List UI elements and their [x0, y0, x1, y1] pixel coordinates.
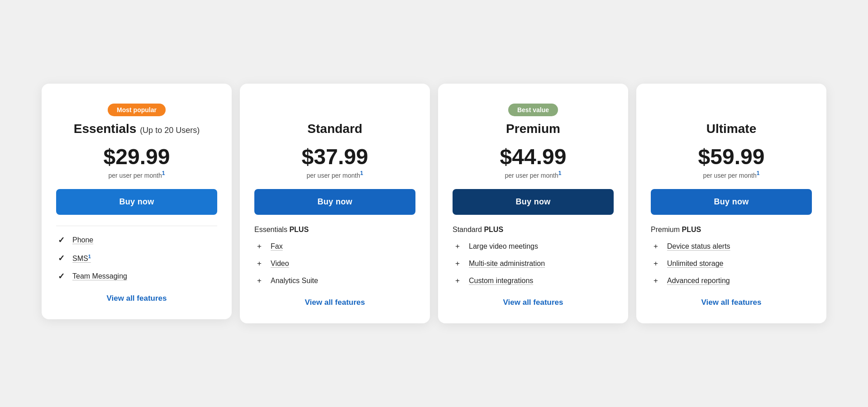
best-value-badge: Best value [508, 104, 558, 116]
plus-icon: + [254, 276, 264, 285]
feature-fax: Fax [271, 242, 283, 251]
price-area-essentials: $29.99 per user per month1 [56, 144, 217, 179]
badge-area-essentials: Most popular [56, 100, 217, 120]
list-item: + Large video meetings [453, 242, 614, 251]
divider-essentials [56, 226, 217, 226]
plus-icon: + [453, 276, 463, 285]
plan-name-ultimate: Ultimate [651, 122, 812, 136]
feature-phone: Phone [72, 236, 93, 244]
view-all-link-ultimate[interactable]: View all features [651, 298, 812, 307]
list-item: + Fax [254, 242, 415, 251]
list-item: ✓ Phone [56, 235, 217, 245]
price-essentials: $29.99 [56, 144, 217, 169]
price-sub-premium: per user per month1 [453, 170, 614, 179]
features-essentials: ✓ Phone ✓ SMS1 ✓ Team Messaging View all… [56, 235, 217, 303]
badge-area-ultimate [651, 100, 812, 120]
feature-list-standard: + Fax + Video + Analytics Suite [254, 242, 415, 285]
plan-card-premium: Best value Premium $44.99 per user per m… [438, 84, 628, 323]
features-standard: Essentials PLUS + Fax + Video + Analytic… [254, 226, 415, 307]
list-item: + Advanced reporting [651, 276, 812, 285]
plus-icon: + [651, 242, 661, 251]
buy-button-standard[interactable]: Buy now [254, 189, 415, 215]
plus-label-premium: Standard PLUS [453, 226, 614, 234]
list-item: ✓ SMS1 [56, 253, 217, 263]
feature-custom-integrations: Custom integrations [469, 277, 533, 285]
price-standard: $37.99 [254, 144, 415, 169]
list-item: + Custom integrations [453, 276, 614, 285]
price-ultimate: $59.99 [651, 144, 812, 169]
popular-badge: Most popular [108, 104, 166, 116]
plan-name-premium: Premium [453, 122, 614, 136]
plus-icon: + [651, 259, 661, 268]
plus-label-ultimate: Premium PLUS [651, 226, 812, 234]
plan-name-standard: Standard [254, 122, 415, 136]
price-sub-standard: per user per month1 [254, 170, 415, 179]
buy-button-ultimate[interactable]: Buy now [651, 189, 812, 215]
plus-label-standard: Essentials PLUS [254, 226, 415, 234]
feature-advanced-reporting: Advanced reporting [667, 277, 730, 285]
price-area-premium: $44.99 per user per month1 [453, 144, 614, 179]
price-footnote-standard: 1 [360, 170, 363, 176]
feature-unlimited-storage: Unlimited storage [667, 260, 724, 268]
price-premium: $44.99 [453, 144, 614, 169]
view-all-link-standard[interactable]: View all features [254, 298, 415, 307]
buy-button-essentials[interactable]: Buy now [56, 189, 217, 215]
price-sub-ultimate: per user per month1 [651, 170, 812, 179]
list-item: + Multi-site administration [453, 259, 614, 268]
check-icon: ✓ [56, 253, 66, 263]
badge-area-standard [254, 100, 415, 120]
list-item: + Device status alerts [651, 242, 812, 251]
plan-card-ultimate: Ultimate $59.99 per user per month1 Buy … [636, 84, 826, 323]
buy-button-premium[interactable]: Buy now [453, 189, 614, 215]
feature-video: Video [271, 260, 289, 268]
features-ultimate: Premium PLUS + Device status alerts + Un… [651, 226, 812, 307]
price-footnote-premium: 1 [558, 170, 562, 176]
feature-device-status: Device status alerts [667, 242, 730, 251]
plan-card-essentials: Most popular Essentials (Up to 20 Users)… [42, 84, 232, 319]
price-footnote-essentials: 1 [162, 170, 165, 176]
list-item: + Video [254, 259, 415, 268]
check-icon: ✓ [56, 235, 66, 245]
feature-team-messaging: Team Messaging [72, 272, 127, 280]
plus-icon: + [254, 242, 264, 251]
plus-icon: + [651, 276, 661, 285]
badge-area-premium: Best value [453, 100, 614, 120]
price-sub-essentials: per user per month1 [56, 170, 217, 179]
plus-icon: + [254, 259, 264, 268]
plus-icon: + [453, 242, 463, 251]
price-area-standard: $37.99 per user per month1 [254, 144, 415, 179]
feature-list-premium: + Large video meetings + Multi-site admi… [453, 242, 614, 285]
feature-list-essentials: ✓ Phone ✓ SMS1 ✓ Team Messaging [56, 235, 217, 281]
price-footnote-ultimate: 1 [757, 170, 760, 176]
list-item: ✓ Team Messaging [56, 271, 217, 281]
feature-analytics: Analytics Suite [271, 277, 318, 285]
view-all-link-essentials[interactable]: View all features [56, 294, 217, 303]
feature-multi-site: Multi-site administration [469, 260, 545, 268]
feature-large-video: Large video meetings [469, 242, 538, 251]
list-item: + Unlimited storage [651, 259, 812, 268]
plan-name-essentials: Essentials (Up to 20 Users) [56, 122, 217, 136]
plus-icon: + [453, 259, 463, 268]
features-premium: Standard PLUS + Large video meetings + M… [453, 226, 614, 307]
plan-card-standard: Standard $37.99 per user per month1 Buy … [240, 84, 430, 323]
pricing-container: Most popular Essentials (Up to 20 Users)… [27, 84, 841, 323]
feature-sms: SMS1 [72, 254, 91, 263]
check-icon: ✓ [56, 271, 66, 281]
feature-list-ultimate: + Device status alerts + Unlimited stora… [651, 242, 812, 285]
price-area-ultimate: $59.99 per user per month1 [651, 144, 812, 179]
view-all-link-premium[interactable]: View all features [453, 298, 614, 307]
list-item: + Analytics Suite [254, 276, 415, 285]
